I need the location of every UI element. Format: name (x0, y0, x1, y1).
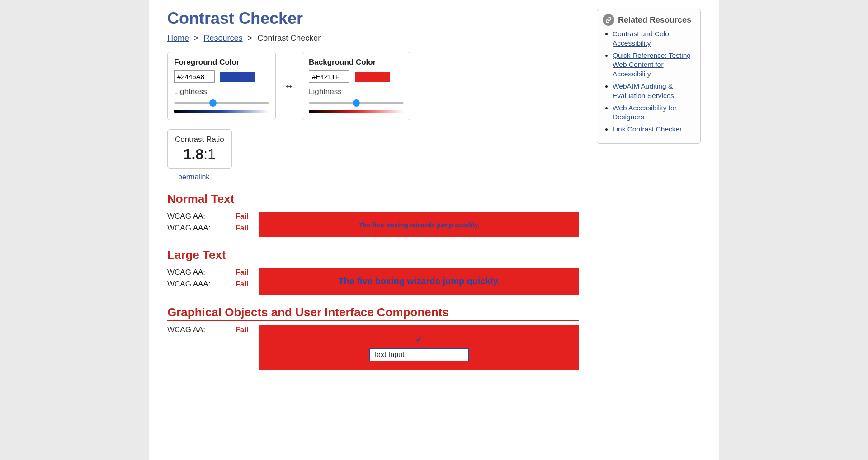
background-gradient (309, 110, 404, 113)
related-resources-card: Related Resources Contrast and Color Acc… (597, 9, 701, 144)
foreground-swatch[interactable] (220, 72, 255, 82)
background-lightness-slider[interactable] (309, 99, 404, 107)
breadcrumb: Home > Resources > Contrast Checker (167, 33, 579, 43)
contrast-ratio-suffix: :1 (203, 146, 216, 162)
ui-aa-label: WCAG AA: (167, 325, 205, 334)
foreground-gradient (174, 110, 269, 113)
foreground-label: Foreground Color (174, 58, 269, 67)
normal-aaa-label: WCAG AAA: (167, 224, 210, 233)
ui-components-sample: ✓ (259, 325, 579, 370)
related-link-0[interactable]: Contrast and Color Accessibility (613, 30, 671, 47)
foreground-lightness-slider[interactable] (174, 99, 269, 107)
check-icon: ✓ (415, 333, 423, 345)
swap-icon[interactable]: ↔ (284, 80, 294, 92)
page-title: Contrast Checker (167, 9, 579, 28)
ui-aa-status: Fail (236, 325, 249, 334)
related-link-4[interactable]: Link Contrast Checker (613, 125, 682, 133)
contrast-ratio-label: Contrast Ratio (175, 135, 224, 144)
contrast-ratio-number: 1.8 (184, 146, 203, 162)
breadcrumb-current: Contrast Checker (257, 33, 321, 42)
background-lightness-label: Lightness (309, 87, 404, 96)
link-icon (603, 14, 614, 26)
large-text-heading: Large Text (167, 248, 579, 263)
foreground-hex-input[interactable] (174, 70, 215, 83)
permalink-link[interactable]: permalink (178, 173, 579, 181)
large-text-results: WCAG AA: Fail WCAG AAA: Fail (167, 268, 249, 291)
large-aa-status: Fail (236, 268, 249, 277)
large-text-sample-text: The five boxing wizards jump quickly. (338, 276, 500, 286)
ui-sample-input[interactable] (369, 348, 469, 361)
related-link-1[interactable]: Quick Reference: Testing Web Content for… (613, 52, 691, 78)
background-hex-input[interactable] (309, 70, 349, 83)
normal-text-sample-text: The five boxing wizards jump quickly. (359, 221, 480, 229)
breadcrumb-sep: > (194, 33, 199, 42)
breadcrumb-home[interactable]: Home (167, 33, 189, 42)
ui-components-results: WCAG AA: Fail (167, 325, 249, 337)
contrast-ratio-card: Contrast Ratio 1.8:1 (167, 129, 232, 169)
related-resources-title: Related Resources (618, 15, 691, 25)
breadcrumb-resources[interactable]: Resources (204, 33, 243, 42)
normal-text-heading: Normal Text (167, 192, 579, 207)
foreground-lightness-label: Lightness (174, 87, 269, 96)
related-resources-list: Contrast and Color Accessibility Quick R… (603, 29, 695, 134)
normal-text-sample: The five boxing wizards jump quickly. (259, 212, 579, 237)
foreground-card: Foreground Color Lightness (167, 52, 276, 120)
large-aa-label: WCAG AA: (167, 268, 205, 277)
ui-components-heading: Graphical Objects and User Interface Com… (167, 305, 579, 321)
large-aaa-label: WCAG AAA: (167, 280, 210, 289)
background-label: Background Color (309, 58, 404, 67)
normal-aa-status: Fail (236, 212, 249, 221)
related-link-2[interactable]: WebAIM Auditing & Evaluation Services (613, 82, 674, 99)
background-swatch[interactable] (355, 72, 390, 82)
normal-aaa-status: Fail (236, 224, 249, 233)
background-card: Background Color Lightness (302, 52, 410, 120)
normal-aa-label: WCAG AA: (167, 212, 205, 221)
related-link-3[interactable]: Web Accessibility for Designers (613, 104, 677, 121)
normal-text-results: WCAG AA: Fail WCAG AAA: Fail (167, 212, 249, 235)
large-text-sample: The five boxing wizards jump quickly. (259, 268, 579, 295)
breadcrumb-sep: > (248, 33, 253, 42)
contrast-ratio-value: 1.8:1 (175, 146, 224, 163)
large-aaa-status: Fail (236, 280, 249, 289)
